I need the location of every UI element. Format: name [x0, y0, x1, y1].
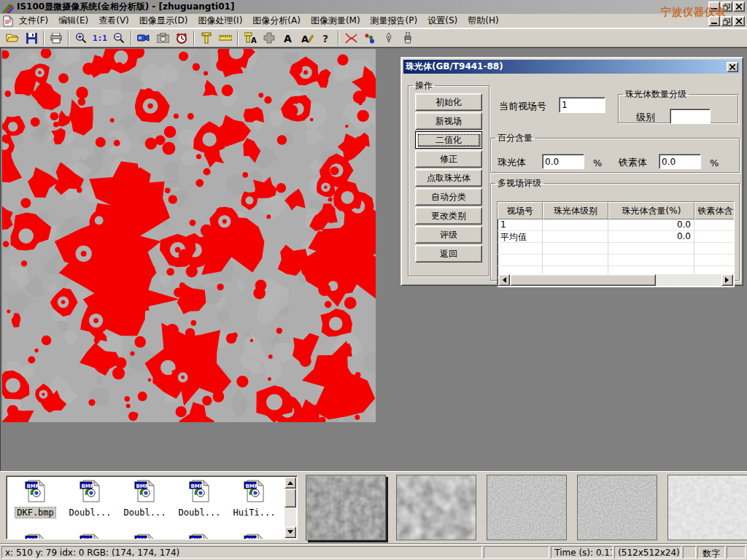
header-pearlite-grade[interactable]: 珠光体级别	[543, 202, 608, 219]
scroll-track[interactable]	[656, 274, 721, 286]
menu-item-view[interactable]: 查看(V)	[93, 13, 134, 28]
ferrite-percent-sign: %	[710, 158, 719, 168]
photo-camera-button[interactable]	[153, 30, 172, 47]
file-item[interactable]: BMPDoubl...	[117, 479, 172, 518]
cell-grade	[543, 219, 608, 231]
curve-tool-button[interactable]	[341, 30, 360, 47]
toolbar-separator	[237, 31, 239, 46]
dialog-close-button[interactable]	[727, 62, 738, 72]
toolbar: 1:1 A A A ?	[0, 28, 747, 47]
binarize-button[interactable]: 二值化	[415, 131, 482, 149]
ferrite-percent-input[interactable]	[659, 154, 701, 169]
svg-text:BMP: BMP	[136, 537, 148, 540]
grading-group: 珠光体数量分级 级别	[618, 88, 738, 123]
annotate-tool-button[interactable]: A	[298, 30, 317, 47]
scroll-thumb[interactable]	[510, 274, 656, 286]
cell-field-no: 1	[498, 219, 543, 231]
title-bar: IS100显微摄像系统(金相分析版) - [zhuguangti01]	[0, 0, 747, 14]
svg-text:BMP: BMP	[26, 483, 39, 489]
menu-item-edit[interactable]: 编辑(E)	[53, 13, 93, 28]
file-item[interactable]: BMP	[63, 533, 117, 540]
table-row-average[interactable]: 平均值 0.0	[498, 231, 734, 243]
text-tool-button[interactable]: A	[279, 30, 298, 47]
header-field-no[interactable]: 视场号	[498, 202, 543, 219]
change-class-button[interactable]: 更改类别	[415, 207, 482, 225]
rate-button[interactable]: 评级	[415, 226, 482, 244]
menu-item-image-processing[interactable]: 图像处理(I)	[193, 13, 247, 28]
actual-size-button[interactable]: 1:1	[90, 30, 109, 47]
scroll-down-button[interactable]	[285, 526, 296, 538]
zoom-out-button[interactable]	[109, 30, 128, 47]
file-item[interactable]: BMPDoubl...	[172, 479, 227, 518]
pick-pearlite-button[interactable]: 点取珠光体	[415, 169, 482, 187]
image-thumbnail[interactable]	[396, 475, 476, 540]
status-spacer	[727, 546, 746, 559]
point-marker-button[interactable]	[360, 30, 379, 47]
image-thumbnail[interactable]	[487, 475, 567, 540]
header-pearlite-content[interactable]: 珠光体含量(%)	[608, 202, 694, 219]
table-horizontal-scrollbar[interactable]	[498, 274, 733, 286]
menu-item-file[interactable]: 文件(F)	[14, 13, 53, 28]
scroll-thumb[interactable]	[285, 489, 296, 508]
image-thumbnail[interactable]	[306, 475, 386, 540]
dialog-title-bar[interactable]: 珠光体(GB/T9441-88)	[403, 60, 740, 74]
caliper-button[interactable]	[197, 30, 216, 47]
timer-button[interactable]	[172, 30, 191, 47]
child-close-button[interactable]	[733, 16, 745, 26]
ruler-button[interactable]	[216, 30, 235, 47]
menu-item-help[interactable]: 帮助(H)	[462, 13, 503, 28]
open-file-button[interactable]	[3, 30, 22, 47]
file-name: Doubl...	[177, 508, 222, 518]
file-item[interactable]: BMPDoubl...	[63, 479, 117, 518]
init-button[interactable]: 初始化	[415, 93, 482, 111]
scroll-right-button[interactable]	[721, 274, 733, 286]
zoom-in-button[interactable]	[71, 30, 90, 47]
rating-table-header: 视场号 珠光体级别 珠光体含量(%) 铁素体含量(%)	[498, 202, 734, 219]
menu-item-settings[interactable]: 设置(S)	[422, 13, 462, 28]
thumbnail-strip	[306, 475, 747, 540]
current-field-input[interactable]	[559, 97, 605, 113]
menu-item-measure-report[interactable]: 测量报告(P)	[365, 13, 423, 28]
cell-field-no: 平均值	[498, 231, 543, 243]
header-ferrite-content[interactable]: 铁素体含量(%)	[694, 202, 735, 219]
dialog-title: 珠光体(GB/T9441-88)	[406, 61, 503, 73]
auto-classify-button[interactable]: 自动分类	[415, 188, 482, 206]
image-thumbnail[interactable]	[577, 475, 657, 540]
video-camera-button[interactable]	[134, 30, 153, 47]
toolbar-separator	[68, 31, 69, 46]
menu-item-image-display[interactable]: 图像显示(D)	[134, 13, 193, 28]
mode-status: 数字	[697, 546, 725, 559]
pattern-tool-button[interactable]	[260, 30, 279, 47]
close-button[interactable]	[733, 1, 745, 12]
cell-ferrite-content	[694, 219, 735, 231]
file-item[interactable]: BMP	[8, 533, 63, 540]
new-field-button[interactable]: 新视场	[415, 112, 482, 130]
correct-button[interactable]: 修正	[415, 150, 482, 168]
svg-text:BMP: BMP	[26, 537, 39, 540]
return-button[interactable]: 返回	[415, 245, 482, 262]
pearlite-percent-input[interactable]	[542, 154, 584, 169]
svg-text:BMP: BMP	[136, 483, 148, 489]
file-item[interactable]: BMP	[227, 533, 282, 540]
image-thumbnail[interactable]	[667, 475, 747, 540]
bmp-file-icon: BMP	[242, 479, 267, 506]
menu-item-image-analysis[interactable]: 图像分析(A)	[247, 13, 306, 28]
measure-text-button[interactable]: A	[241, 30, 260, 47]
file-item[interactable]: BMPHuiTi...	[227, 479, 282, 518]
pen-tool-button[interactable]	[379, 30, 398, 47]
micrograph-image[interactable]	[2, 49, 376, 422]
table-row[interactable]: 1 0.0	[498, 219, 734, 231]
file-item[interactable]: BMPDKF.bmp	[8, 479, 63, 518]
save-button[interactable]	[22, 30, 41, 47]
scroll-up-button[interactable]	[285, 477, 296, 489]
document-icon[interactable]	[2, 15, 14, 27]
scroll-left-button[interactable]	[498, 274, 510, 286]
help-button[interactable]: ?	[317, 30, 336, 47]
menu-item-image-measure[interactable]: 图像测量(M)	[306, 13, 365, 28]
file-item[interactable]: BMP	[117, 533, 172, 540]
grade-input[interactable]	[670, 109, 711, 124]
print-button[interactable]	[47, 30, 66, 47]
brush-tool-button[interactable]	[398, 30, 417, 47]
file-item[interactable]: BMP	[172, 533, 227, 540]
file-list-scrollbar[interactable]	[285, 477, 296, 538]
